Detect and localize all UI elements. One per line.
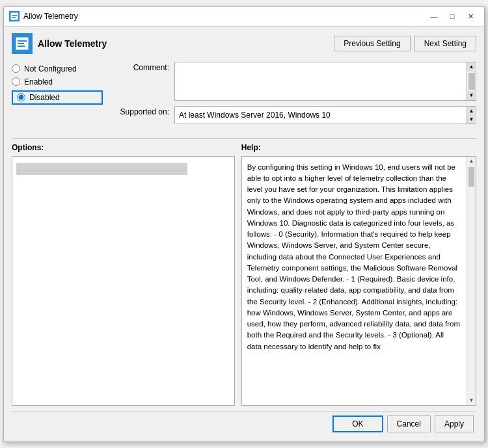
scroll-arrow-down[interactable]: ▼ — [467, 91, 476, 100]
supported-row: Supported on: At least Windows Server 20… — [111, 106, 476, 124]
radio-input-enabled[interactable] — [12, 77, 20, 86]
help-title: Help: — [241, 143, 476, 152]
window-title: Allow Telemetry — [23, 12, 426, 21]
help-scroll-up[interactable]: ▲ — [467, 157, 476, 166]
apply-button[interactable]: Apply — [435, 415, 474, 432]
options-gray-bar — [16, 163, 187, 175]
svg-rect-1 — [12, 15, 17, 16]
close-button[interactable]: ✕ — [462, 10, 479, 23]
policy-title: Allow Telemetry — [38, 38, 334, 49]
ok-button[interactable]: OK — [332, 415, 383, 432]
radio-label-disabled: Disabled — [29, 93, 60, 102]
help-scroll-track — [467, 166, 476, 396]
main-window: Allow Telemetry — □ ✕ Allow Telemetry Pr… — [3, 7, 485, 442]
svg-rect-6 — [18, 46, 25, 47]
scroll-arrow-up[interactable]: ▲ — [467, 62, 476, 72]
previous-setting-button[interactable]: Previous Setting — [334, 36, 410, 51]
svg-rect-5 — [18, 43, 24, 44]
radio-group: Not Configured Enabled Disabled — [12, 64, 103, 105]
header-row: Allow Telemetry Previous Setting Next Se… — [12, 33, 476, 54]
help-panel: Help: By configuring this setting in Win… — [241, 143, 476, 406]
supported-scroll-down[interactable]: ▼ — [467, 115, 476, 124]
options-title: Options: — [12, 143, 235, 152]
radio-disabled[interactable]: Disabled — [17, 93, 60, 102]
help-scrollbar[interactable]: ▲ ▼ — [467, 157, 476, 405]
comment-label: Comment: — [111, 62, 169, 72]
disabled-selected-box: Disabled — [12, 90, 103, 105]
supported-value: At least Windows Server 2016, Windows 10… — [174, 106, 476, 124]
supported-label: Supported on: — [111, 106, 169, 116]
options-panel: Options: — [12, 143, 235, 406]
top-section: Not Configured Enabled Disabled — [12, 62, 476, 129]
radio-label-enabled: Enabled — [24, 77, 53, 86]
comment-scrollbar[interactable]: ▲ ▼ — [467, 62, 476, 100]
title-bar: Allow Telemetry — □ ✕ — [4, 7, 484, 27]
radio-not-configured[interactable]: Not Configured — [12, 64, 103, 73]
radio-panel: Not Configured Enabled Disabled — [12, 62, 103, 129]
cancel-button[interactable]: Cancel — [387, 415, 431, 432]
maximize-button[interactable]: □ — [444, 10, 461, 23]
supported-scroll-up[interactable]: ▲ — [467, 107, 476, 115]
supported-scrollbar[interactable]: ▲ ▼ — [467, 107, 476, 124]
header-buttons: Previous Setting Next Setting — [334, 36, 476, 51]
help-scroll-down[interactable]: ▼ — [467, 396, 476, 405]
radio-label-not-configured: Not Configured — [24, 64, 77, 73]
window-icon — [9, 11, 20, 21]
options-box — [12, 156, 235, 406]
header-icon — [12, 33, 33, 54]
minimize-button[interactable]: — — [426, 10, 442, 23]
section-divider — [12, 138, 476, 139]
scroll-thumb — [468, 73, 475, 90]
comment-field[interactable]: ▲ ▼ — [174, 62, 476, 101]
content-area: Allow Telemetry Previous Setting Next Se… — [4, 27, 484, 441]
footer-row: OK Cancel Apply — [12, 411, 476, 435]
svg-rect-0 — [10, 12, 18, 20]
help-scroll-thumb — [468, 167, 474, 187]
help-text: By configuring this setting in Windows 1… — [247, 162, 470, 352]
right-config-panel: Comment: ▲ ▼ Supported on: At least Wind… — [111, 62, 476, 129]
radio-enabled[interactable]: Enabled — [12, 77, 103, 86]
window-controls: — □ ✕ — [426, 10, 479, 23]
svg-rect-2 — [12, 17, 16, 18]
comment-row: Comment: ▲ ▼ — [111, 62, 476, 101]
next-setting-button[interactable]: Next Setting — [414, 36, 476, 51]
panels-row: Options: Help: By configuring this setti… — [12, 143, 476, 406]
radio-input-not-configured[interactable] — [12, 64, 20, 73]
supported-text: At least Windows Server 2016, Windows 10 — [179, 111, 331, 120]
svg-rect-4 — [18, 40, 27, 42]
help-box: By configuring this setting in Windows 1… — [241, 156, 476, 406]
radio-input-disabled[interactable] — [17, 93, 25, 101]
